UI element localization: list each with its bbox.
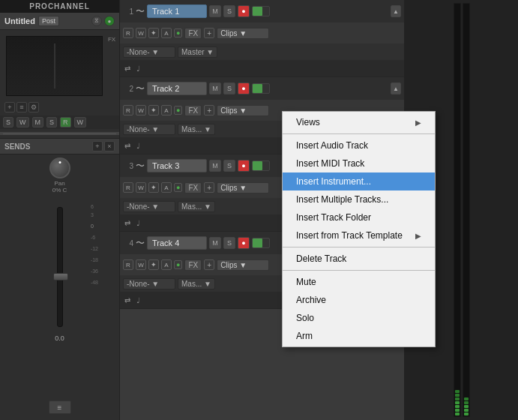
- menu-item-insert-from-template[interactable]: Insert from Track Template▶: [283, 226, 435, 244]
- track-name-btn-1[interactable]: Track 1: [147, 4, 207, 18]
- track-bottom-icon2-2[interactable]: ♩: [135, 142, 142, 150]
- add-left-btn[interactable]: +: [4, 102, 15, 112]
- none-dropdown-1[interactable]: -None- ▼: [123, 46, 175, 58]
- mute-btn-1[interactable]: M: [209, 5, 221, 17]
- menu-item-mute[interactable]: Mute: [283, 273, 435, 291]
- fx-btn-4[interactable]: FX: [184, 260, 202, 271]
- meter-2[interactable]: [252, 83, 270, 94]
- hamburger-button[interactable]: ≡: [49, 400, 71, 414]
- a-btn-3[interactable]: A: [161, 182, 172, 193]
- fx-enable-btn-3[interactable]: ●: [174, 183, 182, 192]
- sends-add-btn[interactable]: +: [92, 141, 103, 152]
- w-button[interactable]: W: [16, 117, 29, 128]
- solo-btn-2[interactable]: S: [223, 82, 235, 94]
- clips-dropdown-2[interactable]: Clips ▼: [217, 105, 269, 116]
- w2-button[interactable]: W: [74, 117, 87, 128]
- s2-button[interactable]: S: [46, 117, 57, 128]
- menu-item-solo[interactable]: Solo: [283, 309, 435, 327]
- menu-item-delete-track[interactable]: Delete Track: [283, 250, 435, 268]
- r-read-btn-3[interactable]: R: [123, 182, 133, 193]
- w-write-btn-1[interactable]: W: [136, 28, 146, 38]
- fx-enable-btn-4[interactable]: ●: [174, 260, 182, 269]
- link-button[interactable]: ⧖: [91, 16, 102, 26]
- track-name-btn-2[interactable]: Track 2: [147, 82, 207, 95]
- meter-3[interactable]: [252, 160, 270, 171]
- track-bottom-icon1-3[interactable]: ⇄: [123, 219, 132, 227]
- a-btn-4[interactable]: A: [161, 260, 172, 270]
- clips-dropdown-4[interactable]: Clips ▼: [217, 260, 269, 271]
- solo-btn-4[interactable]: S: [223, 237, 235, 249]
- add-fx-btn-4[interactable]: +: [204, 260, 214, 270]
- track-bottom-icon1-1[interactable]: ⇄: [123, 64, 132, 73]
- master-dropdown-4[interactable]: Mas... ▼: [178, 278, 215, 290]
- none-dropdown-4[interactable]: -None- ▼: [123, 278, 175, 290]
- post-button[interactable]: Post: [38, 16, 59, 26]
- star-btn-2[interactable]: ✦: [148, 105, 159, 116]
- rec-btn-2[interactable]: ●: [238, 82, 250, 94]
- fx-enable-btn-2[interactable]: ●: [174, 106, 182, 115]
- solo-btn-1[interactable]: S: [223, 5, 235, 17]
- star-btn-4[interactable]: ✦: [148, 260, 159, 270]
- menu-item-insert-instrument[interactable]: Insert Instrument...: [283, 172, 435, 190]
- solo-btn-3[interactable]: S: [223, 160, 235, 172]
- track-name-btn-3[interactable]: Track 3: [147, 159, 207, 172]
- r-read-btn-4[interactable]: R: [123, 260, 133, 270]
- w-write-btn-2[interactable]: W: [136, 105, 146, 116]
- vol-btn-1[interactable]: ▲: [391, 5, 401, 17]
- menu-item-insert-audio[interactable]: Insert Audio Track: [283, 136, 435, 154]
- menu-item-insert-folder[interactable]: Insert Track Folder: [283, 208, 435, 226]
- track-bottom-icon2-3[interactable]: ♩: [135, 219, 142, 227]
- r-read-btn-2[interactable]: R: [123, 105, 133, 116]
- menu-item-arm[interactable]: Arm: [283, 327, 435, 345]
- a-btn-2[interactable]: A: [161, 105, 172, 116]
- menu-item-views[interactable]: Views▶: [283, 113, 435, 131]
- mute-btn-3[interactable]: M: [209, 160, 221, 172]
- pan-knob[interactable]: [49, 158, 70, 178]
- add-fx-btn-1[interactable]: +: [204, 28, 214, 38]
- s-button[interactable]: S: [3, 117, 13, 128]
- fader-thumb[interactable]: [53, 273, 68, 280]
- none-dropdown-3[interactable]: -None- ▼: [123, 201, 175, 212]
- sends-close-btn[interactable]: ×: [104, 141, 115, 152]
- menu-item-insert-midi[interactable]: Insert MIDI Track: [283, 154, 435, 172]
- mute-btn-4[interactable]: M: [209, 237, 221, 249]
- r-button[interactable]: R: [60, 117, 71, 128]
- fx-btn-2[interactable]: FX: [184, 105, 202, 116]
- menu-item-archive[interactable]: Archive: [283, 291, 435, 309]
- m-button[interactable]: M: [32, 117, 44, 128]
- master-dropdown-1[interactable]: Master ▼: [178, 46, 217, 58]
- fader-track[interactable]: [57, 207, 63, 327]
- power-button[interactable]: ●: [104, 16, 115, 26]
- clips-dropdown-3[interactable]: Clips ▼: [217, 182, 269, 194]
- none-dropdown-2[interactable]: -None- ▼: [123, 124, 175, 135]
- rec-btn-1[interactable]: ●: [238, 5, 250, 17]
- master-dropdown-2[interactable]: Mas... ▼: [178, 124, 215, 135]
- settings-btn[interactable]: ⚙: [28, 102, 39, 112]
- add-right-btn[interactable]: ≡: [16, 102, 27, 112]
- track-bottom-icon1-2[interactable]: ⇄: [123, 142, 132, 150]
- a-btn-1[interactable]: A: [161, 28, 172, 38]
- star-btn-3[interactable]: ✦: [148, 182, 159, 193]
- star-btn-1[interactable]: ✦: [148, 28, 159, 38]
- track-bottom-icon2-1[interactable]: ♩: [135, 64, 142, 73]
- master-dropdown-3[interactable]: Mas... ▼: [178, 201, 215, 212]
- track-bottom-icon1-4[interactable]: ⇄: [123, 296, 132, 304]
- track-bottom-icon2-4[interactable]: ♩: [135, 296, 142, 304]
- w-write-btn-3[interactable]: W: [136, 182, 146, 193]
- add-fx-btn-3[interactable]: +: [204, 182, 214, 193]
- menu-item-insert-multiple[interactable]: Insert Multiple Tracks...: [283, 190, 435, 208]
- meter-4[interactable]: [252, 238, 270, 248]
- track-name-btn-4[interactable]: Track 4: [147, 236, 207, 250]
- rec-btn-3[interactable]: ●: [238, 160, 250, 172]
- r-read-btn-1[interactable]: R: [123, 28, 133, 38]
- fx-btn-3[interactable]: FX: [184, 182, 202, 194]
- vol-btn-2[interactable]: ▲: [391, 82, 401, 94]
- clips-dropdown-1[interactable]: Clips ▼: [217, 28, 269, 39]
- fx-enable-btn-1[interactable]: ●: [174, 28, 182, 38]
- meter-1[interactable]: [252, 6, 270, 16]
- mute-btn-2[interactable]: M: [209, 82, 221, 94]
- add-fx-btn-2[interactable]: +: [204, 105, 214, 116]
- rec-btn-4[interactable]: ●: [238, 237, 250, 249]
- fx-btn-1[interactable]: FX: [184, 28, 202, 39]
- w-write-btn-4[interactable]: W: [136, 260, 146, 270]
